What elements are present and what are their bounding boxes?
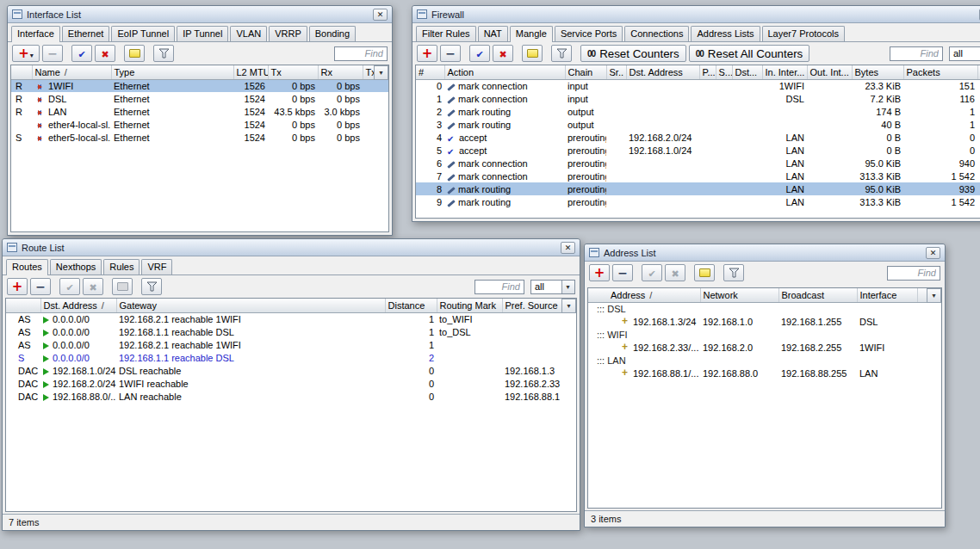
cell[interactable]: prerouting xyxy=(565,195,606,208)
cell[interactable]: mark routing xyxy=(444,105,565,118)
tab-vlan[interactable]: VLAN xyxy=(230,26,267,41)
table-row[interactable]: 7mark connectionpreroutingLAN313.3 KiB1 … xyxy=(416,170,980,182)
cell[interactable]: AS xyxy=(6,325,40,338)
cell[interactable] xyxy=(437,364,502,377)
cell[interactable] xyxy=(807,92,852,105)
cell[interactable]: 1WIFI xyxy=(762,79,807,92)
cell[interactable]: 4 xyxy=(416,131,444,144)
address-list-titlebar[interactable]: Address List xyxy=(585,244,945,262)
cell[interactable]: LAN xyxy=(762,195,807,208)
cell[interactable]: 1 xyxy=(385,312,437,325)
column-header[interactable]: In. Inter... xyxy=(762,65,807,79)
tab-mangle[interactable]: Mangle xyxy=(510,26,553,42)
cell[interactable] xyxy=(807,118,852,131)
comment-button[interactable] xyxy=(124,45,145,62)
cell[interactable]: 2 xyxy=(416,105,444,118)
table-row[interactable]: 8mark routingpreroutingLAN95.0 KiB939 xyxy=(416,182,980,195)
cell[interactable] xyxy=(437,377,502,390)
close-button[interactable] xyxy=(561,242,575,254)
cell[interactable] xyxy=(699,131,716,144)
tab-eoip-tunnel[interactable]: EoIP Tunnel xyxy=(111,26,175,41)
cell[interactable]: input xyxy=(565,79,606,92)
find-input[interactable] xyxy=(334,46,388,61)
cell[interactable]: 2 xyxy=(385,351,437,364)
cell[interactable]: 1 xyxy=(416,92,444,105)
cell[interactable] xyxy=(699,92,716,105)
cell[interactable] xyxy=(807,131,852,144)
tab-service-ports[interactable]: Service Ports xyxy=(555,26,623,41)
table-row[interactable]: 6mark connectionpreroutingLAN95.0 KiB940 xyxy=(416,157,980,170)
column-header[interactable] xyxy=(6,299,40,312)
cell[interactable]: accept xyxy=(444,131,565,144)
comment-button[interactable] xyxy=(522,45,543,62)
cell[interactable] xyxy=(807,195,852,208)
cell[interactable]: 192.168.2.0 xyxy=(700,341,778,354)
table-row[interactable]: RDSLEthernet15240 bps0 bps xyxy=(11,92,388,105)
cell[interactable]: R xyxy=(11,105,32,118)
cell[interactable] xyxy=(606,105,626,118)
table-row[interactable]: 192.168.88.1/...192.168.88.0192.168.88.2… xyxy=(588,367,941,379)
cell[interactable] xyxy=(699,157,716,170)
cell[interactable]: 151 xyxy=(903,79,977,92)
cell[interactable] xyxy=(716,144,732,157)
cell[interactable] xyxy=(437,351,502,364)
add-button[interactable] xyxy=(417,45,437,62)
cell[interactable]: 7 xyxy=(416,170,444,182)
tab-routes[interactable]: Routes xyxy=(6,259,48,275)
table-row[interactable]: AS0.0.0.0/0192.168.2.1 reachable 1WIFI1 xyxy=(6,338,576,351)
tab-connections[interactable]: Connections xyxy=(624,26,689,41)
close-button[interactable] xyxy=(926,247,940,259)
cell[interactable]: 9 xyxy=(416,195,444,208)
tab-ethernet[interactable]: Ethernet xyxy=(62,26,110,41)
cell[interactable] xyxy=(502,325,564,338)
cell[interactable]: 1 542 xyxy=(903,195,977,208)
cell[interactable]: prerouting xyxy=(565,144,606,157)
table-row[interactable]: 9mark routingpreroutingLAN313.3 KiB1 542 xyxy=(416,195,980,208)
cell[interactable]: 1524 xyxy=(233,92,268,105)
column-header[interactable]: Broadcast xyxy=(778,288,857,302)
column-header[interactable]: S... xyxy=(716,65,732,79)
cell[interactable]: 174 B xyxy=(852,105,903,118)
filter-scope-dropdown[interactable]: all xyxy=(949,46,980,61)
column-header[interactable]: Chain xyxy=(565,65,606,79)
cell[interactable]: mark connection xyxy=(444,79,565,92)
table-row[interactable]: DAC192.168.1.0/24DSL reachable0192.168.1… xyxy=(6,364,576,377)
filter-button[interactable] xyxy=(723,264,744,281)
cell[interactable] xyxy=(626,195,699,208)
table-row[interactable]: 192.168.1.3/24192.168.1.0192.168.1.255DS… xyxy=(588,315,941,328)
cell[interactable]: ether4-local-sl... xyxy=(32,118,111,131)
group-row[interactable]: ::: WIFI xyxy=(588,328,941,341)
cell[interactable]: 939 xyxy=(903,182,977,195)
cell[interactable]: Ethernet xyxy=(111,118,233,131)
tab-interface[interactable]: Interface xyxy=(11,26,60,42)
cell[interactable] xyxy=(626,79,699,92)
cell[interactable]: R xyxy=(11,92,32,105)
cell[interactable] xyxy=(606,144,626,157)
cell[interactable]: 3.0 kbps xyxy=(318,105,363,118)
table-row[interactable]: 2mark routingoutput174 B1 xyxy=(416,105,980,118)
cell[interactable]: 0 bps xyxy=(318,118,363,131)
cell[interactable]: 192.168.2.1 reachable 1WIFI xyxy=(116,338,385,351)
cell[interactable]: 0 bps xyxy=(268,92,318,105)
column-header[interactable]: Pref. Source xyxy=(502,299,564,312)
cell[interactable]: 940 xyxy=(903,157,977,170)
cell[interactable]: 1WIFI reachable xyxy=(116,377,385,390)
cell[interactable]: mark routing xyxy=(444,182,565,195)
cell[interactable] xyxy=(732,144,762,157)
add-button[interactable] xyxy=(12,45,40,62)
cell[interactable]: LAN reachable xyxy=(116,390,385,403)
cell[interactable] xyxy=(437,338,502,351)
column-header[interactable]: Name/ xyxy=(32,65,111,79)
remove-button[interactable] xyxy=(42,45,63,62)
cell[interactable]: 0 bps xyxy=(268,118,318,131)
cell[interactable] xyxy=(363,92,388,105)
comment-button[interactable] xyxy=(694,264,715,281)
cell[interactable] xyxy=(626,105,699,118)
cell[interactable] xyxy=(606,157,626,170)
cell[interactable]: 192.168.1.0/24 xyxy=(626,144,699,157)
column-header[interactable]: Dst. Address/ xyxy=(40,299,116,312)
cell[interactable] xyxy=(732,79,762,92)
cell[interactable] xyxy=(11,118,32,131)
cell[interactable]: 8 xyxy=(416,182,444,195)
enable-button[interactable] xyxy=(59,278,80,295)
